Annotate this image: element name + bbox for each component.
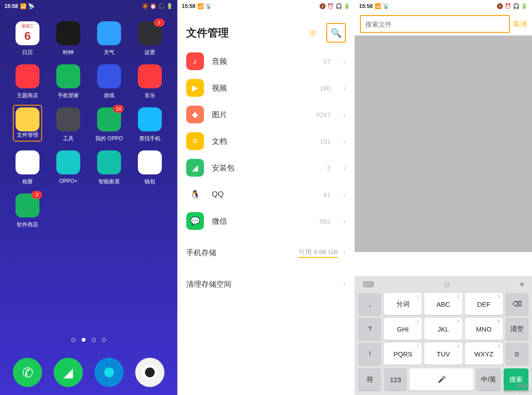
search-button[interactable]: 🔍	[326, 23, 346, 43]
key-side[interactable]: ？	[358, 318, 381, 340]
key-符[interactable]: 符	[358, 368, 381, 391]
page-indicator[interactable]	[0, 338, 177, 342]
app-icon: 1	[138, 21, 162, 45]
key-side[interactable]: ⌫	[505, 293, 528, 315]
app-相册[interactable]: 相册	[7, 150, 48, 186]
app-icon	[56, 107, 80, 131]
category-count: 2	[327, 164, 331, 172]
category-icon: 🐧	[186, 186, 204, 203]
search-screen: 15:58📶 📡 🔕 ⏰ 🎧 🔋 取消 ⌨ ☺ ▾ ，1分词2ABC3DEF⌫？…	[355, 0, 532, 395]
collapse-keyboard-icon[interactable]: ▾	[520, 280, 524, 289]
app-label: 音乐	[145, 92, 155, 99]
key-ABC[interactable]: 2ABC	[424, 293, 462, 315]
app-智能家居[interactable]: 智能家居	[89, 150, 129, 186]
app-label: 天气	[104, 49, 114, 56]
app-文件管理[interactable]: 文件管理	[7, 107, 48, 142]
key-TUV[interactable]: 8TUV	[424, 343, 462, 365]
app-icon	[56, 150, 80, 174]
app-label: 工具	[63, 135, 74, 142]
key-WXYZ[interactable]: 9WXYZ	[465, 343, 503, 365]
app-icon: 3	[16, 194, 39, 217]
app-icon	[138, 64, 162, 88]
remote-icon[interactable]: ⎚	[304, 24, 322, 42]
category-文档[interactable]: ≡文档151›	[177, 128, 355, 154]
key-分词[interactable]: 1分词	[384, 293, 422, 315]
app-查找手机[interactable]: 查找手机	[129, 107, 170, 142]
storage-available: 可用 9.86 GB	[298, 248, 338, 258]
keyboard: ⌨ ☺ ▾ ，1分词2ABC3DEF⌫？4GHI5JKL6MNO清空！7PQRS…	[355, 276, 532, 395]
key-🎤[interactable]: 🎤	[410, 368, 473, 391]
key-side[interactable]: ，	[358, 293, 381, 315]
chevron-right-icon: ›	[343, 163, 346, 173]
app-label: 手机管家	[58, 92, 79, 99]
app-label: 主题商店	[17, 92, 38, 99]
category-安装包[interactable]: ◢安装包2›	[177, 154, 355, 181]
app-钱包[interactable]: 钱包	[129, 150, 170, 186]
app-icon	[138, 107, 162, 131]
key-PQRS[interactable]: 7PQRS	[384, 343, 422, 365]
category-音频[interactable]: ♪音频57›	[177, 48, 355, 75]
category-图片[interactable]: ◆图片9247›	[177, 101, 355, 128]
key-side[interactable]: 清空	[505, 318, 528, 340]
status-bar: 15:58📶 📡 🔕 ⏰ 🎧 🔋	[177, 0, 355, 12]
key-GHI[interactable]: 4GHI	[384, 318, 422, 340]
dock-camera[interactable]	[135, 358, 164, 387]
dock-browser[interactable]	[94, 358, 124, 387]
app-icon	[56, 64, 80, 88]
category-视频[interactable]: ▶视频180›	[177, 75, 355, 101]
chevron-right-icon: ›	[343, 190, 346, 199]
app-icon	[16, 150, 39, 174]
key-side[interactable]: 0	[505, 343, 528, 365]
badge: 3	[31, 191, 42, 199]
app-label: 文件管理	[16, 131, 39, 139]
chevron-right-icon: ›	[343, 217, 346, 226]
cancel-button[interactable]: 取消	[513, 20, 527, 28]
category-QQ[interactable]: 🐧QQ41›	[177, 181, 355, 208]
app-icon: 星期三6	[16, 21, 39, 45]
status-bar: 15:58📶 📡 🔕 ⏰ 🎧 🔋	[0, 0, 177, 12]
app-工具[interactable]: 工具	[48, 107, 89, 142]
emoji-icon[interactable]: ☺	[443, 280, 451, 289]
keyboard-switch-icon[interactable]: ⌨	[363, 280, 374, 289]
badge: 1	[154, 19, 164, 27]
app-日历[interactable]: 星期三6日历	[7, 21, 48, 56]
key-中/英[interactable]: 中/英	[476, 368, 501, 391]
dock-phone[interactable]: ✆	[13, 358, 42, 387]
app-主题商店[interactable]: 主题商店	[7, 64, 48, 99]
app-icon	[138, 150, 162, 174]
app-我的 OPPO[interactable]: 14我的 OPPO	[89, 107, 129, 142]
home-screen: 15:58📶 📡 🔕 ⏰ 🎧 🔋 星期三6日历时钟天气1设置主题商店手机管家游戏…	[0, 0, 177, 395]
key-DEF[interactable]: 3DEF	[465, 293, 503, 315]
chevron-right-icon: ›	[343, 137, 346, 146]
chevron-right-icon: ›	[343, 57, 346, 66]
app-icon	[16, 107, 39, 131]
app-软件商店[interactable]: 3软件商店	[7, 194, 48, 229]
search-box	[360, 15, 510, 33]
app-OPPO+[interactable]: OPPO+	[48, 150, 89, 186]
category-微信[interactable]: 💬微信682›	[177, 208, 355, 234]
clean-storage-row[interactable]: 清理存储空间 ›	[177, 271, 355, 297]
app-手机管家[interactable]: 手机管家	[48, 64, 89, 99]
key-side[interactable]: ！	[358, 343, 381, 365]
file-manager-screen: 15:58📶 📡 🔕 ⏰ 🎧 🔋 文件管理 ⎚ 🔍 ♪音频57›▶视频180›◆…	[177, 0, 355, 395]
app-icon	[97, 21, 121, 45]
app-天气[interactable]: 天气	[89, 21, 129, 56]
category-count: 9247	[316, 111, 331, 118]
category-icon: 💬	[186, 212, 204, 230]
app-label: 钱包	[145, 178, 155, 186]
key-JKL[interactable]: 5JKL	[424, 318, 462, 340]
key-123[interactable]: 123	[384, 368, 407, 391]
app-icon	[16, 64, 39, 88]
category-icon: ♪	[186, 52, 204, 70]
dock-messages[interactable]: ◢	[54, 358, 83, 387]
app-label: 智能家居	[98, 178, 120, 186]
app-游戏[interactable]: 游戏	[89, 64, 129, 99]
search-input[interactable]	[361, 16, 509, 32]
storage-row[interactable]: 手机存储 可用 9.86 GB ›	[177, 240, 355, 266]
app-label: 软件商店	[17, 221, 38, 229]
app-音乐[interactable]: 音乐	[129, 64, 170, 99]
key-MNO[interactable]: 6MNO	[465, 318, 503, 340]
app-设置[interactable]: 1设置	[129, 21, 170, 56]
category-name: 图片	[212, 110, 308, 120]
app-时钟[interactable]: 时钟	[48, 21, 89, 56]
